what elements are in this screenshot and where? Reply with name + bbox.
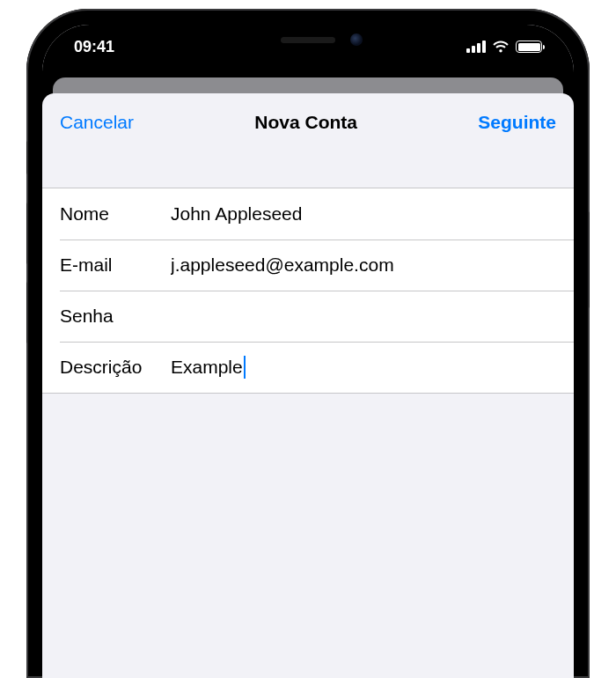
name-row[interactable]: Nome [42,188,574,240]
name-input[interactable] [171,203,556,225]
description-row[interactable]: Descrição Example [42,342,574,393]
email-label: E-mail [60,254,171,276]
card-stack: Cancelar Nova Conta Seguinte Nome E-mail… [42,69,574,678]
cellular-signal-icon [466,41,486,53]
notch [202,25,414,55]
next-button[interactable]: Seguinte [478,111,556,133]
status-indicators [466,41,542,53]
name-label: Nome [60,203,171,225]
power-button [589,211,590,308]
password-row[interactable]: Senha [42,291,574,342]
email-row[interactable]: E-mail [42,240,574,291]
email-input[interactable] [171,254,556,276]
password-input[interactable] [171,306,556,327]
screen: 09:41 Cancelar Nova Conta Seguinte [42,25,574,678]
text-cursor [244,356,246,379]
mute-switch [26,141,27,174]
sheet-header: Cancelar Nova Conta Seguinte [42,93,574,188]
iphone-device-frame: 09:41 Cancelar Nova Conta Seguinte [26,9,590,678]
status-time: 09:41 [74,38,114,56]
new-account-sheet: Cancelar Nova Conta Seguinte Nome E-mail… [42,93,574,678]
sheet-background [42,394,574,678]
wifi-icon [492,41,510,53]
password-label: Senha [60,306,171,327]
battery-icon [516,41,542,53]
description-label: Descrição [60,357,171,378]
cancel-button[interactable]: Cancelar [60,111,134,133]
description-input-wrapper[interactable]: Example [171,356,556,379]
sheet-title: Nova Conta [254,111,357,133]
volume-up-button [26,203,27,264]
speaker-grille [281,37,335,43]
account-form: Nome E-mail Senha Descrição Exam [42,188,574,393]
volume-down-button [26,282,27,343]
description-input[interactable]: Example [171,357,243,378]
front-camera [350,33,363,46]
